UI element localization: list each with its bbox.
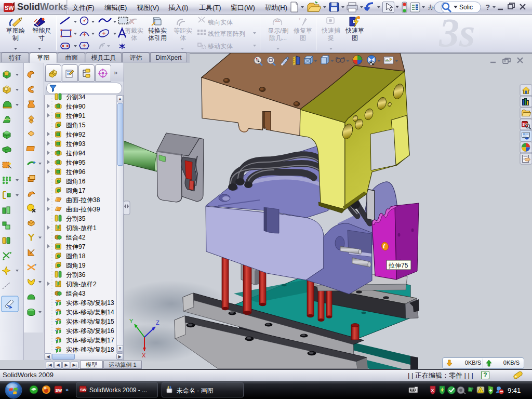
svg-text:+: + [298,17,301,22]
svg-text:!: ! [480,389,481,393]
svg-text:?: ? [485,3,490,11]
svg-text:Solic: Solic [459,4,473,11]
svg-text:X: X [142,352,146,358]
svg-text:Z: Z [156,320,159,326]
svg-text:»: » [65,387,69,393]
svg-text:SW: SW [56,388,62,393]
svg-text:SW: SW [5,5,14,11]
svg-text:Y: Y [129,318,134,324]
svg-text:dy: dy [275,18,280,22]
svg-text:SW: SW [80,388,87,392]
svg-text:x: x [431,388,434,393]
svg-text:+: + [489,388,493,393]
svg-text:拉伸75: 拉伸75 [388,262,408,269]
